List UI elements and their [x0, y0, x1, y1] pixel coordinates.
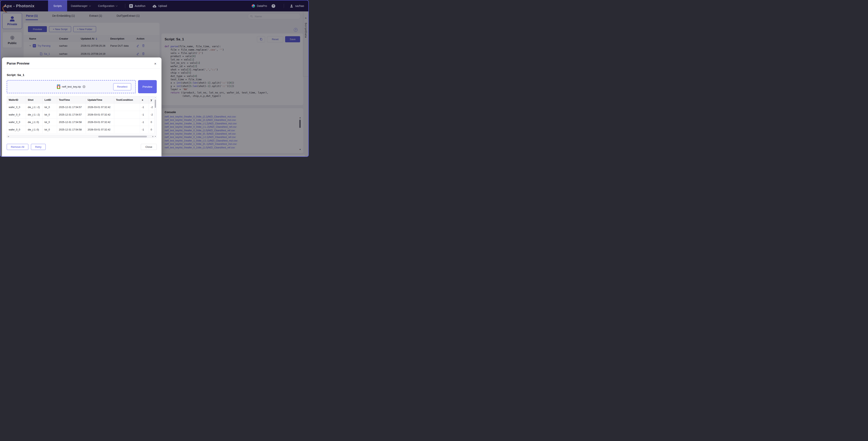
table-cell: lot_0: [43, 126, 57, 133]
scroll-right-icon[interactable]: ▶: [152, 136, 154, 137]
column-header-testtime: TestTime: [57, 96, 86, 103]
modal-script-label: Script: Sa_1: [7, 73, 157, 77]
table-cell: wafer_0_0: [7, 111, 26, 118]
modal-header: Parse Preview ×: [2, 58, 161, 68]
scrollbar-thumb[interactable]: [155, 100, 156, 108]
nav-divider: [125, 4, 125, 8]
scroll-down-icon[interactable]: ▼: [155, 136, 156, 137]
table-cell: [114, 118, 140, 126]
table-cell: [114, 111, 140, 118]
table-cell: 0: [149, 126, 154, 133]
retry-button[interactable]: Retry: [31, 144, 45, 150]
table-cell: 0: [149, 118, 154, 126]
datapro-label[interactable]: DataPro: [257, 4, 267, 7]
table-cell: 2026-03-01 07:32:42: [86, 111, 114, 118]
nav-menu-datamanager[interactable]: DataManager: [71, 4, 91, 7]
nav-divider: [284, 4, 284, 8]
column-header-lotid: LotID: [43, 96, 57, 103]
table-cell: wafer_0_0: [7, 126, 26, 133]
table-cell: 2025-12-31 17:54:58: [57, 118, 86, 126]
column-header-shot: Shot: [26, 96, 43, 103]
scroll-up-icon[interactable]: ▲: [155, 97, 156, 98]
table-cell: lot_0: [43, 118, 57, 126]
table-cell: -1: [140, 111, 149, 118]
table-cell: wafer_0_0: [7, 103, 26, 111]
modal-title: Parse Preview: [7, 62, 29, 66]
nav-action-label: AutoRun: [135, 4, 145, 7]
table-cell: 2026-03-01 07:32:42: [86, 103, 114, 111]
nav-menu-label: DataManager: [71, 4, 88, 7]
remove-all-button[interactable]: Remove All: [7, 144, 28, 150]
modal-close-button[interactable]: Close: [141, 144, 157, 150]
table-row: wafer_0_0die_(-1::-2)lot_02025-12-31 17:…: [7, 103, 154, 111]
table-vertical-scrollbar[interactable]: ▲ ▼: [154, 96, 157, 138]
table-cell: -1: [140, 118, 149, 126]
modal-preview-button[interactable]: Preview: [138, 80, 157, 93]
file-dropzone[interactable]: neff_test_key.zip × Reselect: [7, 80, 136, 93]
preview-table-grid: WaferIDShotLotIDTestTimeUpdateTimeTestCo…: [7, 96, 154, 138]
help-icon[interactable]: ?: [272, 4, 275, 8]
column-header-updatetime: UpdateTime: [86, 96, 114, 103]
column-header-y: y: [149, 96, 154, 103]
nav-menu-configuration[interactable]: Configuration: [98, 4, 117, 7]
app-logo: Apx - Photonix: [0, 4, 48, 8]
table-cell: 2026-03-01 07:32:42: [86, 118, 114, 126]
scroll-left-icon[interactable]: ◀: [8, 136, 9, 137]
table-cell: 2025-12-31 17:54:57: [57, 103, 86, 111]
table-horizontal-scrollbar[interactable]: ◀▶: [7, 135, 154, 138]
nav-action-upload[interactable]: Upload: [152, 4, 167, 8]
file-chip: neff_test_key.zip ×: [57, 84, 85, 89]
user-avatar-icon: [290, 4, 293, 8]
table-cell: die_(-1::-2): [26, 111, 43, 118]
table-cell: -2: [149, 103, 154, 111]
table-row: wafer_0_0die_(-1::0)lot_02025-12-31 17:5…: [7, 118, 154, 126]
table-cell: -1: [140, 103, 149, 111]
upload-cloud-icon: [152, 4, 156, 8]
zip-file-icon: [57, 84, 60, 89]
nav-action-label: Upload: [158, 4, 167, 7]
nav-tab-label: Scripts: [53, 4, 62, 7]
datapro-pie-icon: [252, 4, 255, 8]
table-cell: [114, 126, 140, 133]
reselect-button[interactable]: Reselect: [113, 83, 131, 90]
preview-table: WaferIDShotLotIDTestTimeUpdateTimeTestCo…: [7, 96, 157, 138]
parse-preview-modal: Parse Preview × Script: Sa_1 neff_test_k…: [2, 58, 161, 157]
play-icon: [129, 4, 133, 8]
scrollbar-thumb[interactable]: [98, 136, 147, 137]
preview-table-header: WaferIDShotLotIDTestTimeUpdateTimeTestCo…: [7, 96, 154, 103]
column-header-waferid: WaferID: [7, 96, 26, 103]
modal-footer: Remove All Retry Close: [7, 144, 157, 150]
chevron-down-icon: [116, 4, 118, 6]
top-navbar: Apx - Photonix Scripts DataManager Confi…: [0, 0, 308, 11]
username[interactable]: sazhao: [295, 4, 304, 7]
table-cell: wafer_0_0: [7, 118, 26, 126]
file-name: neff_test_key.zip: [62, 85, 81, 88]
column-header-testcondition: TestCondition: [114, 96, 140, 103]
app-window: Apx - Photonix Scripts DataManager Confi…: [0, 0, 309, 157]
table-cell: die_(-1::-2): [26, 103, 43, 111]
column-header-x: x: [140, 96, 149, 103]
nav-tab-scripts[interactable]: Scripts: [48, 0, 67, 11]
nav-right-cluster: DataPro ? sazhao: [252, 4, 308, 8]
table-cell: die_(-1::0): [26, 126, 43, 133]
table-cell: die_(-1::0): [26, 118, 43, 126]
table-cell: 2026-03-01 07:32:42: [86, 126, 114, 133]
table-cell: lot_0: [43, 103, 57, 111]
table-cell: [114, 103, 140, 111]
upload-row: neff_test_key.zip × Reselect Preview: [7, 80, 157, 93]
table-row: wafer_0_0die_(-1::0)lot_02025-12-31 17:5…: [7, 126, 154, 133]
remove-file-icon[interactable]: ×: [83, 85, 86, 88]
table-row: wafer_0_0die_(-1::-2)lot_02025-12-31 17:…: [7, 111, 154, 118]
table-cell: 2025-12-31 17:54:57: [57, 111, 86, 118]
table-cell: -1: [140, 126, 149, 133]
table-cell: -2: [149, 111, 154, 118]
table-cell: 2025-12-31 17:54:58: [57, 126, 86, 133]
partial-row: [7, 133, 154, 135]
modal-divider: [2, 68, 161, 69]
chevron-down-icon: [89, 4, 91, 6]
nav-action-autorun[interactable]: AutoRun: [129, 4, 145, 8]
close-icon[interactable]: ×: [154, 62, 156, 66]
table-cell: lot_0: [43, 111, 57, 118]
nav-menu-label: Configuration: [98, 4, 115, 7]
